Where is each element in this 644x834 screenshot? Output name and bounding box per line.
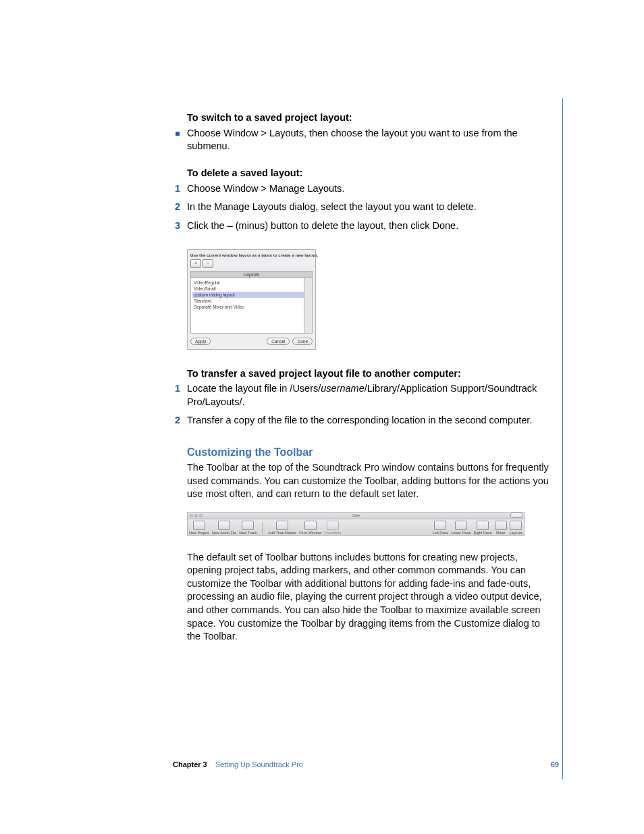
path-username: username	[321, 383, 364, 394]
toolbar-item-lower-pane[interactable]: Lower Pane	[451, 521, 471, 535]
separator	[262, 522, 263, 533]
list-item[interactable]: Standard	[192, 298, 311, 304]
lower-pane-icon	[455, 521, 467, 530]
toolbar-item-add-marker[interactable]: Add Time Marker	[268, 521, 296, 535]
crossfade-icon	[327, 521, 339, 530]
toolbar-item-new-audio[interactable]: New Audio File	[212, 521, 237, 535]
window-title: Cate	[188, 513, 524, 517]
dialog-list[interactable]: VideoRegular VideoSmall custom mixing la…	[190, 278, 313, 334]
page-number: 69	[551, 760, 559, 768]
step-text: Click the – (minus) button to delete the…	[187, 219, 552, 233]
step-text: Choose Window > Manage Layouts.	[187, 182, 552, 196]
list-item[interactable]: VideoRegular	[192, 280, 311, 286]
dialog-button-row: + −	[190, 259, 313, 268]
apply-button[interactable]: Apply	[190, 338, 211, 345]
toolbar-item-crossfade[interactable]: Crossfade	[324, 521, 341, 535]
mixer-icon	[495, 521, 507, 530]
remove-layout-button[interactable]: −	[203, 259, 213, 268]
cancel-button[interactable]: Cancel	[267, 338, 290, 345]
heading-delete: To delete a saved layout:	[187, 167, 552, 180]
toolbar-item-right-pane[interactable]: Right Pane	[474, 521, 492, 535]
step-row: 1 Locate the layout file in /Users/usern…	[175, 382, 552, 409]
chapter-title: Setting Up Soundtrack Pro	[215, 760, 303, 768]
toolbar-item-mixer[interactable]: Mixer	[495, 521, 507, 535]
layouts-icon	[510, 521, 522, 530]
toolbar-item-new-project[interactable]: New Project	[189, 521, 209, 535]
new-project-icon	[193, 521, 205, 530]
toolbar-label: Add Time Marker	[268, 531, 296, 535]
paragraph: The Toolbar at the top of the Soundtrack…	[187, 461, 552, 501]
page-footer: Chapter 3 Setting Up Soundtrack Pro 69	[173, 760, 559, 768]
new-track-icon	[242, 521, 254, 530]
step-text: Locate the layout file in /Users/usernam…	[187, 382, 552, 409]
dialog-column-header: Layouts	[190, 271, 313, 278]
toolbar: New Project New Audio File New Track Add…	[187, 519, 525, 536]
toolbar-label: New Track	[239, 531, 257, 535]
toolbar-item-new-track[interactable]: New Track	[239, 521, 257, 535]
new-audio-icon	[218, 521, 230, 530]
heading-customize: Customizing the Toolbar	[187, 446, 552, 459]
toolbar-label: Layouts	[510, 531, 522, 535]
step-number: 2	[175, 414, 187, 427]
toolbar-label: Lower Pane	[451, 531, 471, 535]
chapter-label: Chapter 3	[173, 760, 207, 768]
page: To switch to a saved project layout: Cho…	[0, 0, 644, 834]
step-row: 3 Click the – (minus) button to delete t…	[175, 219, 552, 233]
marker-icon	[276, 521, 288, 530]
add-layout-button[interactable]: +	[190, 259, 201, 268]
content-area: To switch to a saved project layout: Cho…	[187, 111, 552, 644]
path-prefix: Locate the layout file in /Users/	[187, 383, 321, 394]
bullet-row: Choose Window > Layouts, then choose the…	[175, 127, 552, 153]
dialog-footer: Apply Cancel Done	[190, 338, 313, 345]
list-item[interactable]: VideoSmall	[192, 286, 311, 292]
toolbar-left-group: New Project New Audio File New Track Add…	[189, 521, 341, 535]
window-titlebar: Cate	[187, 512, 525, 519]
toolbar-label: Left Pane	[433, 531, 449, 535]
bullet-text: Choose Window > Layouts, then choose the…	[187, 127, 552, 153]
fit-window-icon	[304, 521, 317, 530]
scrollbar[interactable]	[304, 278, 312, 333]
minus-icon: −	[207, 261, 210, 266]
step-number: 2	[175, 201, 187, 214]
step-row: 2 In the Manage Layouts dialog, select t…	[175, 201, 552, 214]
step-number: 1	[175, 382, 187, 396]
toolbar-label: Fit in Window	[299, 531, 321, 535]
toolbar-right-group: Left Pane Lower Pane Right Pane Mixer La…	[433, 521, 522, 535]
toolbar-item-left-pane[interactable]: Left Pane	[433, 521, 449, 535]
toolbar-item-layouts[interactable]: Layouts	[510, 521, 522, 535]
dialog-caption: Use the current window layout as a basis…	[190, 253, 313, 257]
bullet-marker	[175, 127, 187, 136]
toolbar-label: Mixer	[496, 531, 505, 535]
toolbar-label: New Project	[189, 531, 209, 535]
step-row: 2 Transfer a copy of the file to the cor…	[175, 414, 552, 427]
right-pane-icon	[477, 521, 489, 530]
heading-switch: To switch to a saved project layout:	[187, 111, 552, 124]
plus-icon: +	[194, 261, 198, 266]
step-row: 1 Choose Window > Manage Layouts.	[175, 182, 552, 196]
done-button[interactable]: Done	[292, 338, 313, 345]
toolbar-label: New Audio File	[212, 531, 237, 535]
step-text: Transfer a copy of the file to the corre…	[187, 414, 552, 427]
margin-rule	[562, 99, 563, 779]
toolbar-toggle-button[interactable]	[510, 513, 522, 518]
toolbar-figure: Cate New Project New Audio File New Trac…	[187, 512, 525, 536]
list-item[interactable]: Separate Mixer and Video	[192, 304, 311, 310]
list-item-selected[interactable]: custom mixing layout	[192, 292, 311, 298]
step-number: 3	[175, 219, 187, 233]
toolbar-label: Right Pane	[474, 531, 492, 535]
paragraph: The default set of Toolbar buttons inclu…	[187, 551, 552, 644]
manage-layouts-dialog: Use the current window layout as a basis…	[187, 249, 316, 350]
heading-transfer: To transfer a saved project layout file …	[187, 367, 552, 380]
left-pane-icon	[434, 521, 446, 530]
step-number: 1	[175, 182, 187, 196]
step-text: In the Manage Layouts dialog, select the…	[187, 201, 552, 214]
toolbar-label: Crossfade	[324, 531, 341, 535]
toolbar-item-fit-window[interactable]: Fit in Window	[299, 521, 321, 535]
